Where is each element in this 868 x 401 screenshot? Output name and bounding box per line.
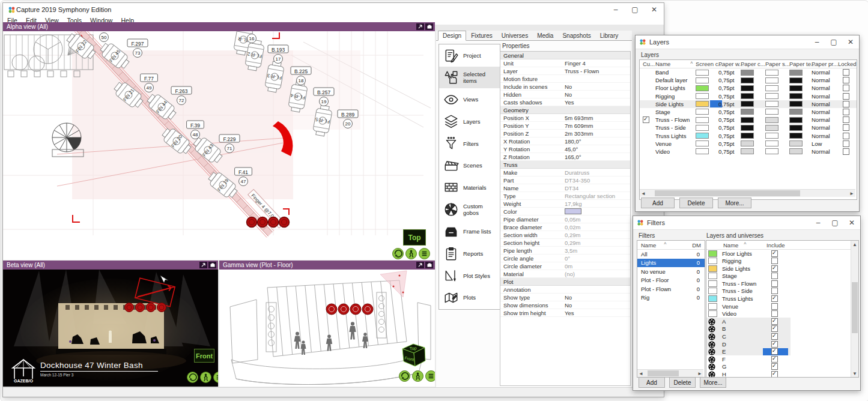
locked-checkbox[interactable] <box>843 101 849 107</box>
gamma-plot-canvas[interactable]: Top Front <box>219 270 435 387</box>
beta-view-header[interactable]: Beta view (All) <box>3 261 218 270</box>
universes-vscrollbar[interactable]: ▲▼ <box>851 241 858 377</box>
sidebar-item-custom-gobos[interactable]: Custom gobos <box>439 199 500 221</box>
color-value-swatch[interactable] <box>565 208 581 214</box>
minimize-button[interactable]: – <box>810 216 827 229</box>
include-checkbox[interactable] <box>771 356 778 363</box>
layer-entry-row[interactable]: Truss - Flown <box>706 280 858 288</box>
paper-shadow-swatch[interactable] <box>765 101 778 107</box>
close-button[interactable]: ✕ <box>842 35 859 49</box>
property-value[interactable]: 5m 693mm <box>565 115 593 121</box>
sidebar-item-filters[interactable]: Filters <box>439 133 500 155</box>
include-checkbox[interactable] <box>771 295 778 302</box>
property-value[interactable]: No <box>565 294 572 301</box>
delete-button[interactable]: Delete <box>679 197 713 208</box>
paper-color-swatch[interactable] <box>741 101 754 107</box>
layer-name[interactable]: Side Lights <box>655 101 684 107</box>
tab-universes[interactable]: Universes <box>497 31 532 40</box>
layer-entry-row[interactable]: Truss - Side <box>706 288 858 295</box>
include-checkbox[interactable] <box>771 310 778 317</box>
paper-shadow-swatch[interactable] <box>765 133 778 139</box>
paper-print-value[interactable]: Normal <box>812 124 830 131</box>
layer-row[interactable]: Band0,75ptNormal <box>640 68 857 76</box>
delete-button[interactable]: Delete <box>669 377 696 388</box>
paper-color-swatch[interactable] <box>741 117 754 123</box>
include-checkbox[interactable] <box>771 250 778 257</box>
property-value[interactable]: No <box>565 83 572 90</box>
locked-checkbox[interactable] <box>843 69 849 76</box>
layer-entry-row[interactable]: Video <box>706 310 858 318</box>
screen-color-swatch[interactable] <box>696 133 709 139</box>
walk-person-button[interactable] <box>405 248 417 259</box>
filter-row[interactable]: Plot - Floor0 <box>637 276 705 285</box>
maximize-button[interactable]: ▢ <box>825 35 842 49</box>
paper-shadow-swatch[interactable] <box>765 109 778 115</box>
locked-checkbox[interactable] <box>843 77 849 83</box>
paper-shadow-swatch[interactable] <box>765 148 778 154</box>
more-button[interactable]: More... <box>718 197 751 208</box>
layer-row[interactable]: Side Lights0,75ptNormal <box>640 100 857 108</box>
include-checkbox[interactable] <box>771 258 778 264</box>
layer-name[interactable]: Truss - Flown <box>655 116 690 123</box>
column-header[interactable]: Cu... <box>643 61 655 67</box>
screen-color-swatch[interactable] <box>696 117 709 123</box>
popout-icon[interactable] <box>416 23 424 30</box>
minimize-button[interactable]: – <box>606 3 625 16</box>
sidebar-item-materials[interactable]: Materials <box>439 176 500 199</box>
screen-color-swatch[interactable] <box>696 70 709 76</box>
paper-shadow-swatch[interactable] <box>765 85 778 91</box>
universe-row[interactable]: B <box>706 325 858 333</box>
column-header[interactable]: DM <box>692 242 701 249</box>
layer-entry-row[interactable]: Venue <box>706 303 858 310</box>
layer-row[interactable]: Floor Lights0,75ptNormal <box>640 84 857 92</box>
popout-icon[interactable] <box>199 262 207 268</box>
layer-entry-row[interactable]: Side Lights <box>706 265 858 273</box>
universe-row[interactable]: H <box>706 371 858 378</box>
screen-color-swatch[interactable] <box>696 148 709 154</box>
include-checkbox[interactable] <box>771 265 778 272</box>
gamma-view-header[interactable]: Gamma view (Plot - Floor) <box>219 261 435 270</box>
minimize-button[interactable]: – <box>809 35 825 49</box>
paper-print-value[interactable]: Normal <box>812 101 830 107</box>
locked-checkbox[interactable] <box>843 124 849 131</box>
property-value[interactable]: Yes <box>565 99 574 106</box>
alpha-plan-canvas[interactable]: FIN 22FIN 45FIN 21FIN 44FIN 20FIN 43FIN … <box>3 31 435 260</box>
column-header[interactable]: Paper c... <box>741 61 765 67</box>
paper-text-swatch[interactable] <box>789 148 803 154</box>
column-header[interactable]: Name <box>655 61 670 67</box>
property-value[interactable]: No <box>565 91 572 98</box>
orbit-button[interactable] <box>399 370 410 382</box>
paper-weight-value[interactable]: 0,75pt <box>718 93 734 100</box>
sidebar-item-selected-items[interactable]: Selected items <box>439 67 500 89</box>
alpha-view-header[interactable]: Alpha view (All) <box>3 22 435 31</box>
locked-checkbox[interactable] <box>843 93 849 100</box>
column-header[interactable]: Locked <box>838 61 857 67</box>
locked-checkbox[interactable] <box>843 148 849 155</box>
filter-row[interactable]: Rig0 <box>637 294 705 303</box>
paper-shadow-swatch[interactable] <box>765 125 778 131</box>
menu-button[interactable] <box>425 370 435 382</box>
tab-snapshots[interactable]: Snapshots <box>558 31 595 40</box>
paper-color-swatch[interactable] <box>741 140 754 146</box>
layer-name[interactable]: Stage <box>655 109 670 115</box>
include-checkbox[interactable] <box>771 348 778 355</box>
include-checkbox[interactable] <box>771 341 778 348</box>
camera-icon[interactable] <box>425 23 433 30</box>
locked-checkbox[interactable] <box>843 116 849 123</box>
paper-text-swatch[interactable] <box>789 109 803 115</box>
locked-checkbox[interactable] <box>843 109 849 115</box>
tab-media[interactable]: Media <box>533 31 557 40</box>
layer-row[interactable]: Truss - Flown0,75ptNormal <box>640 116 857 124</box>
paper-color-swatch[interactable] <box>741 125 754 131</box>
column-header[interactable]: Paper w... <box>718 61 744 67</box>
include-checkbox[interactable] <box>771 280 778 287</box>
layer-entry-row[interactable]: Floor Lights <box>706 250 858 258</box>
paper-weight-value[interactable]: 0,75pt <box>718 69 734 76</box>
universe-row[interactable]: E <box>706 348 858 356</box>
orbit-button[interactable] <box>392 248 404 259</box>
layer-row[interactable]: Stage0,75ptNormal <box>640 108 857 116</box>
include-checkbox[interactable] <box>771 333 778 340</box>
paper-weight-value[interactable]: 0,75pt <box>718 77 734 83</box>
sidebar-item-layers[interactable]: Layers <box>439 110 500 133</box>
tab-library[interactable]: Library <box>596 31 623 40</box>
